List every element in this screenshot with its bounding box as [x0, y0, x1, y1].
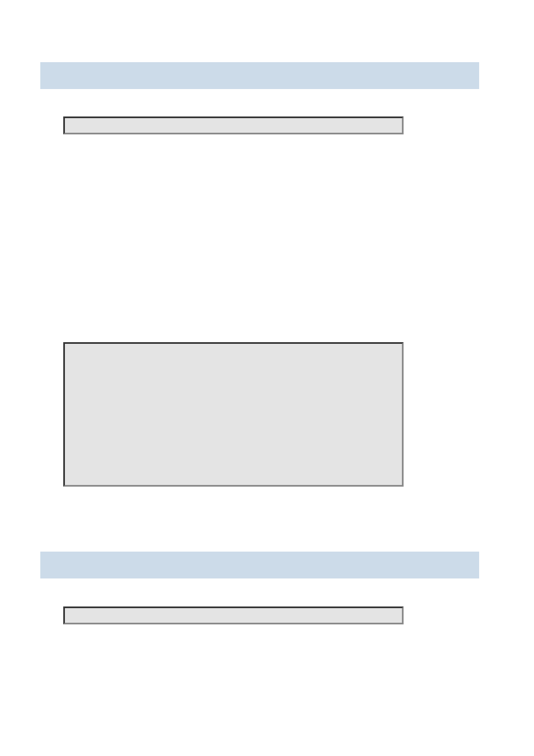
code-block [63, 116, 404, 134]
section-heading [40, 62, 479, 89]
code-block [63, 342, 404, 487]
section-heading [40, 552, 479, 578]
code-block [63, 606, 404, 624]
